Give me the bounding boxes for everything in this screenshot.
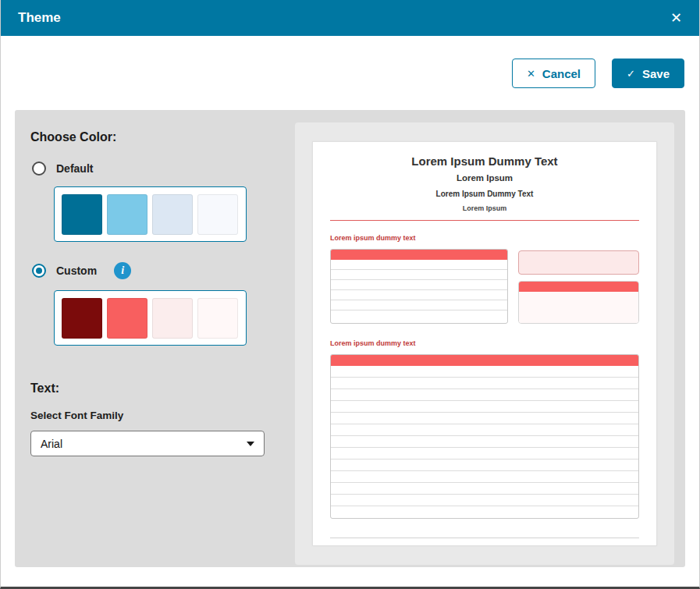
custom-radio[interactable] bbox=[32, 264, 46, 278]
preview-widgets-row bbox=[330, 249, 639, 324]
color-settings-column: Choose Color: Default Custom i bbox=[30, 122, 295, 565]
preview-header-card-bar bbox=[519, 282, 638, 292]
default-radio[interactable] bbox=[32, 161, 46, 176]
chevron-down-icon bbox=[247, 442, 254, 446]
table-row bbox=[331, 389, 638, 401]
theme-preview-panel: Lorem Ipsum Dummy Text Lorem Ipsum Lorem… bbox=[295, 122, 674, 565]
font-family-value: Arial bbox=[41, 438, 62, 450]
preview-pink-card bbox=[518, 250, 639, 275]
info-icon[interactable]: i bbox=[114, 262, 131, 279]
preview-title: Lorem Ipsum Dummy Text bbox=[330, 154, 639, 169]
custom-swatch-4[interactable] bbox=[197, 298, 238, 339]
radio-option-custom[interactable]: Custom i bbox=[32, 262, 295, 279]
preview-table-wide bbox=[330, 354, 639, 519]
default-radio-label: Default bbox=[56, 162, 93, 175]
table-row bbox=[331, 366, 638, 378]
table-row bbox=[331, 495, 638, 506]
custom-radio-label: Custom bbox=[56, 264, 97, 277]
table-row bbox=[331, 436, 638, 448]
save-button[interactable]: ✓ Save bbox=[612, 59, 684, 88]
font-family-label: Select Font Family bbox=[30, 410, 295, 421]
default-swatch-4[interactable] bbox=[197, 194, 238, 235]
table-row bbox=[331, 290, 507, 300]
default-swatch-group[interactable] bbox=[54, 186, 247, 242]
preview-table-small-header bbox=[331, 250, 507, 260]
modal-title: Theme bbox=[18, 10, 61, 26]
cancel-label: Cancel bbox=[542, 67, 581, 80]
preview-subtitle-3: Lorem Ipsum bbox=[330, 204, 639, 213]
cancel-x-icon: ✕ bbox=[527, 68, 535, 80]
default-swatch-1[interactable] bbox=[62, 194, 102, 235]
modal-header: Theme ✕ bbox=[1, 0, 699, 36]
save-check-icon: ✓ bbox=[627, 68, 635, 80]
custom-swatch-group[interactable] bbox=[54, 290, 247, 346]
preview-header-card bbox=[518, 281, 639, 324]
table-row bbox=[331, 300, 507, 310]
choose-color-heading: Choose Color: bbox=[30, 130, 295, 144]
default-swatch-3[interactable] bbox=[152, 194, 193, 235]
table-row bbox=[331, 459, 638, 471]
preview-table-small bbox=[330, 249, 508, 324]
table-row bbox=[331, 424, 638, 436]
preview-table-wide-body bbox=[331, 366, 638, 518]
theme-settings-panel: Choose Color: Default Custom i bbox=[15, 110, 685, 567]
table-row bbox=[331, 378, 638, 389]
preview-side-column bbox=[518, 249, 639, 324]
preview-table-wide-header bbox=[331, 355, 638, 366]
table-row bbox=[331, 270, 507, 280]
cancel-button[interactable]: ✕ Cancel bbox=[512, 59, 595, 88]
custom-swatch-2[interactable] bbox=[107, 298, 147, 339]
preview-footer-line-1 bbox=[330, 538, 639, 538]
table-row bbox=[331, 413, 638, 424]
action-bar: ✕ Cancel ✓ Save bbox=[1, 36, 699, 88]
preview-header-card-body bbox=[519, 292, 638, 323]
save-label: Save bbox=[642, 67, 670, 80]
table-row bbox=[331, 483, 638, 495]
close-icon[interactable]: ✕ bbox=[670, 11, 682, 25]
table-row bbox=[331, 401, 638, 413]
custom-swatch-3[interactable] bbox=[152, 298, 193, 339]
default-swatch-2[interactable] bbox=[107, 194, 147, 235]
table-row bbox=[331, 471, 638, 483]
preview-caption-2: Lorem ipsum dummy text bbox=[330, 339, 639, 347]
preview-page: Lorem Ipsum Dummy Text Lorem Ipsum Lorem… bbox=[312, 141, 657, 546]
preview-subtitle-2: Lorem Ipsum Dummy Text bbox=[330, 190, 639, 199]
table-row bbox=[331, 260, 507, 270]
table-row bbox=[331, 310, 507, 321]
text-heading: Text: bbox=[30, 381, 295, 396]
theme-dialog: Theme ✕ ✕ Cancel ✓ Save Choose Color: De… bbox=[1, 0, 699, 567]
preview-accent-divider bbox=[330, 220, 639, 221]
radio-option-default[interactable]: Default bbox=[32, 161, 295, 176]
preview-table-small-body bbox=[331, 260, 507, 321]
custom-swatch-1[interactable] bbox=[62, 298, 102, 339]
preview-caption-1: Lorem ipsum dummy text bbox=[330, 234, 639, 242]
table-row bbox=[331, 280, 507, 290]
preview-subtitle-1: Lorem Ipsum bbox=[330, 173, 639, 183]
table-row bbox=[331, 448, 638, 459]
font-family-select[interactable]: Arial bbox=[30, 431, 265, 456]
table-row bbox=[331, 506, 638, 518]
